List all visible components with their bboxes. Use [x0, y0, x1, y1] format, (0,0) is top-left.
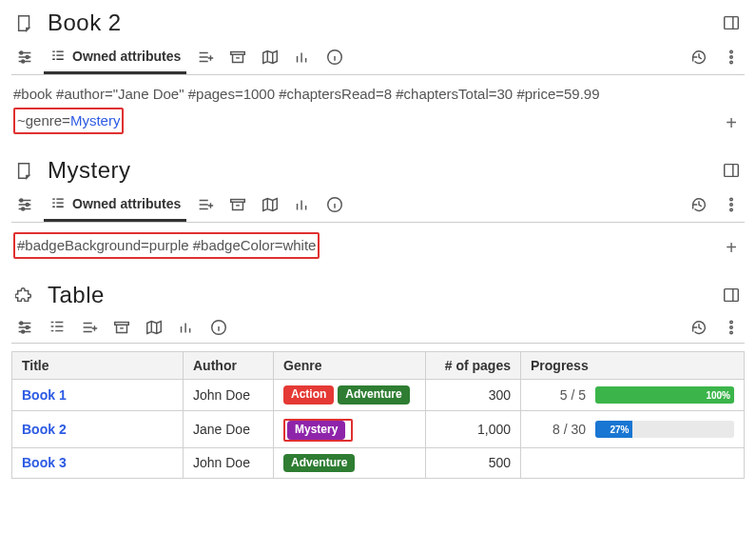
progress-bar: 100%	[595, 386, 734, 404]
chart-icon[interactable]	[289, 44, 316, 70]
table-row: Book 1John DoeActionAdventure3005 / 5100…	[12, 380, 745, 411]
tab-label: Owned attributes	[72, 196, 181, 211]
more-icon[interactable]	[718, 191, 745, 218]
table-row: Book 2Jane DoeMystery1,0008 / 3027%	[12, 410, 745, 447]
note-icon	[11, 157, 38, 184]
author-cell: John Doe	[184, 447, 274, 479]
mystery-header: Mystery	[11, 155, 745, 188]
info-icon[interactable]	[321, 44, 348, 70]
genre-cell: Adventure	[274, 447, 426, 479]
progress-fraction: 5 / 5	[531, 387, 586, 403]
sliders-icon[interactable]	[11, 191, 38, 218]
archive-icon[interactable]	[224, 191, 251, 218]
split-panel-icon[interactable]	[718, 157, 745, 184]
table-toolbar	[11, 314, 745, 344]
book2-attributes: #book #author="Jane Doe" #pages=1000 #ch…	[11, 75, 745, 144]
more-icon[interactable]	[718, 44, 745, 70]
note-icon	[11, 10, 38, 36]
mystery-attributes-text[interactable]: #badgeBackground=purple #badgeColor=whit…	[13, 230, 710, 259]
puzzle-icon	[11, 282, 38, 308]
pages-cell: 500	[426, 447, 521, 479]
book2-attributes-text[interactable]: #book #author="Jane Doe" #pages=1000 #ch…	[13, 83, 710, 134]
history-icon[interactable]	[686, 44, 712, 70]
list-plus-icon[interactable]	[192, 191, 219, 218]
progress-cell: 8 / 3027%	[521, 410, 745, 447]
list-check-icon[interactable]	[44, 314, 70, 341]
col-genre[interactable]: Genre	[274, 352, 426, 380]
book-title-link[interactable]: Book 1	[22, 387, 67, 403]
col-title[interactable]: Title	[12, 352, 184, 380]
book2-title: Book 2	[48, 10, 708, 36]
pages-cell: 300	[426, 380, 521, 411]
list-plus-icon[interactable]	[192, 44, 219, 70]
progress-percent: 100%	[702, 390, 734, 401]
mystery-attributes: #badgeBackground=purple #badgeColor=whit…	[11, 223, 745, 268]
chart-icon[interactable]	[289, 191, 316, 218]
col-pages[interactable]: # of pages	[426, 352, 521, 380]
author-cell: John Doe	[184, 380, 274, 411]
col-progress[interactable]: Progress	[521, 352, 745, 380]
book2-header: Book 2	[11, 8, 745, 40]
book2-genre-prefix: ~genre=	[17, 112, 70, 128]
progress-fraction: 8 / 30	[531, 422, 586, 437]
book2-genre-link[interactable]: Mystery	[70, 112, 121, 128]
history-icon[interactable]	[686, 314, 712, 341]
book2-toolbar: Owned attributes	[11, 42, 745, 75]
history-icon[interactable]	[686, 191, 712, 218]
progress-percent: 27%	[606, 424, 632, 435]
tab-owned-attributes[interactable]: Owned attributes	[44, 189, 186, 220]
map-icon[interactable]	[257, 44, 283, 70]
table-row: Book 3John DoeAdventure500	[12, 447, 745, 479]
map-icon[interactable]	[141, 314, 167, 341]
genre-badge[interactable]: Adventure	[283, 454, 355, 473]
genre-cell: ActionAdventure	[274, 380, 426, 411]
progress-cell	[521, 447, 745, 479]
tab-owned-attributes[interactable]: Owned attributes	[44, 42, 186, 72]
sliders-icon[interactable]	[11, 314, 38, 341]
add-attribute-button[interactable]: +	[720, 236, 743, 259]
genre-badge[interactable]: Mystery	[287, 421, 345, 440]
split-panel-icon[interactable]	[718, 10, 745, 36]
list-plus-icon[interactable]	[76, 314, 103, 341]
split-panel-icon[interactable]	[718, 282, 745, 308]
mystery-toolbar: Owned attributes	[11, 189, 745, 223]
table-header-row: Title Author Genre # of pages Progress	[12, 352, 745, 380]
table-title: Table	[48, 282, 708, 308]
map-icon[interactable]	[257, 191, 283, 218]
progress-bar: 27%	[595, 421, 734, 438]
genre-callout: Mystery	[283, 419, 353, 442]
author-cell: Jane Doe	[184, 410, 274, 447]
archive-icon[interactable]	[224, 44, 251, 70]
add-attribute-button[interactable]: +	[720, 111, 743, 134]
genre-cell: Mystery	[274, 410, 426, 447]
archive-icon[interactable]	[108, 314, 135, 341]
book-title-link[interactable]: Book 3	[22, 455, 67, 470]
sliders-icon[interactable]	[11, 44, 38, 70]
genre-badge[interactable]: Action	[283, 385, 334, 405]
book2-attrs-plain: #book #author="Jane Doe" #pages=1000 #ch…	[13, 86, 600, 102]
mystery-title: Mystery	[48, 157, 708, 184]
table-header: Table	[11, 280, 745, 312]
info-icon[interactable]	[205, 314, 232, 341]
tab-label: Owned attributes	[72, 49, 181, 64]
chart-icon[interactable]	[173, 314, 200, 341]
info-icon[interactable]	[321, 191, 348, 218]
pages-cell: 1,000	[426, 410, 521, 447]
book-title-link[interactable]: Book 2	[22, 422, 67, 437]
books-table: Title Author Genre # of pages Progress B…	[11, 351, 745, 479]
progress-cell: 5 / 5100%	[521, 380, 745, 411]
more-icon[interactable]	[718, 314, 745, 341]
mystery-attrs-callout: #badgeBackground=purple #badgeColor=whit…	[13, 232, 320, 259]
genre-badge[interactable]: Adventure	[338, 385, 409, 405]
col-author[interactable]: Author	[184, 352, 274, 380]
book2-genre-callout: ~genre=Mystery	[13, 108, 124, 134]
